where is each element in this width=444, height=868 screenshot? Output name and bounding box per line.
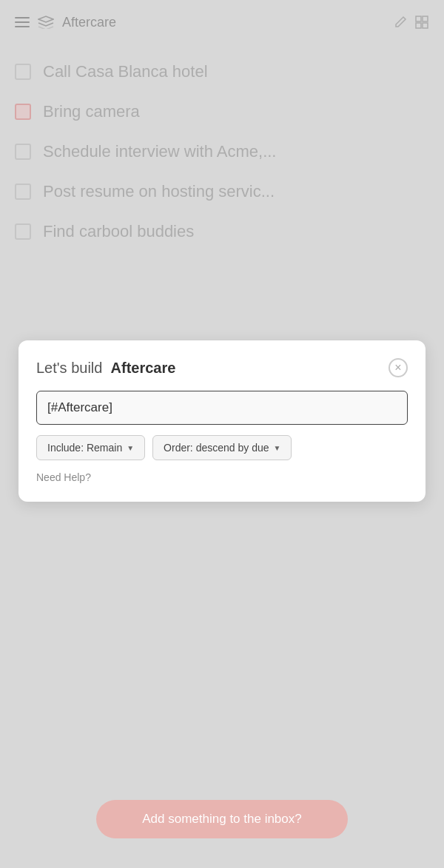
task-item: Bring camera [15,92,429,132]
edit-icon[interactable] [394,16,407,29]
task-label-5: Find carbool buddies [43,222,194,241]
modal-header: Let's build Aftercare × [36,358,408,377]
svg-rect-3 [423,23,428,28]
include-filter-label: Include: Remain [47,442,122,454]
svg-rect-0 [416,16,421,21]
view-icon[interactable] [414,15,429,30]
order-filter-label: Order: descend by due [164,442,269,454]
modal-close-button[interactable]: × [388,358,408,377]
order-filter-button[interactable]: Order: descend by due ▼ [152,435,292,460]
filter-query-input[interactable] [36,391,408,425]
filter-options: Include: Remain ▼ Order: descend by due … [36,435,408,460]
app-header: Aftercare [0,0,444,44]
task-checkbox-3[interactable] [15,144,31,160]
include-filter-button[interactable]: Include: Remain ▼ [36,435,145,460]
modal-project-name: Aftercare [111,360,176,376]
app-title: Aftercare [62,15,116,30]
task-item: Post resume on hosting servic... [15,172,429,212]
task-checkbox-5[interactable] [15,223,31,240]
task-item: Schedule interview with Acme,... [15,132,429,172]
include-filter-arrow-icon: ▼ [127,444,134,452]
task-list: Call Casa Blanca hotel Bring camera Sche… [0,44,444,259]
svg-rect-2 [416,23,421,28]
task-label-3: Schedule interview with Acme,... [43,142,276,161]
header-left: Aftercare [15,15,116,30]
add-inbox-label: Add something to the inbox? [142,812,301,826]
task-label-1: Call Casa Blanca hotel [43,62,208,81]
svg-rect-1 [423,16,428,21]
task-checkbox-4[interactable] [15,184,31,200]
add-inbox-button[interactable]: Add something to the inbox? [96,800,348,838]
modal-prefix: Let's build [36,360,102,376]
task-checkbox-2[interactable] [15,104,31,120]
task-item: Call Casa Blanca hotel [15,52,429,92]
filter-modal: Let's build Aftercare × Include: Remain … [18,340,426,502]
close-icon: × [394,362,401,374]
need-help-link[interactable]: Need Help? [36,471,91,483]
task-checkbox-1[interactable] [15,64,31,80]
header-right [394,15,429,30]
modal-title: Let's build Aftercare [36,360,175,377]
task-label-4: Post resume on hosting servic... [43,182,275,201]
hamburger-icon[interactable] [15,17,30,27]
task-item: Find carbool buddies [15,212,429,252]
layers-icon[interactable] [38,15,53,30]
task-label-2: Bring camera [43,102,140,121]
order-filter-arrow-icon: ▼ [274,444,281,452]
bottom-bar: Add something to the inbox? [0,800,444,838]
